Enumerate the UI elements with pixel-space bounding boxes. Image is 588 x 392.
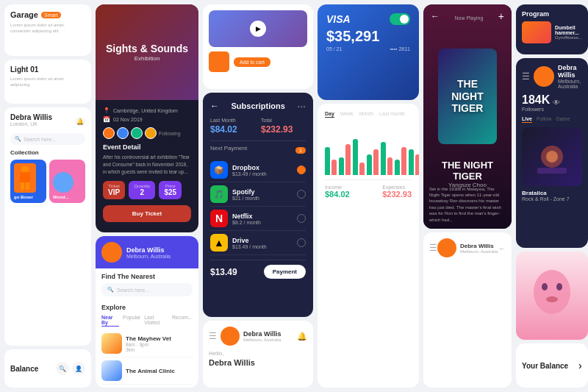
visa-toggle[interactable] [390, 13, 410, 25]
chat-menu-icon[interactable]: ☰ [209, 331, 217, 341]
tab-follow[interactable]: Follow [537, 116, 551, 123]
ticket-row: Ticket VIP Quantity 2 Price $25 [103, 181, 191, 199]
collection-card-2[interactable]: Wond... [49, 160, 85, 203]
program-thumbnail [522, 21, 551, 43]
add-to-cart-button[interactable]: Add to cart [234, 57, 270, 67]
garage-badge: Smart [41, 12, 61, 18]
qty-value: 2 [134, 188, 150, 196]
bar-group-7 [409, 149, 419, 175]
chat2-menu-icon[interactable]: ☰ [429, 243, 437, 253]
sub-item-dropbox[interactable]: 📦 Dropbox $13.49 / month [210, 158, 306, 182]
tab-last-visited[interactable]: Last Visited [144, 315, 168, 327]
svg-point-10 [556, 283, 562, 291]
map-search-placeholder: Search here... [117, 288, 149, 293]
map-search-bar[interactable]: 🔍 Search here... [101, 283, 193, 296]
svg-rect-1 [20, 172, 30, 182]
chat2-back-icon[interactable]: ← [498, 244, 506, 252]
search-bar[interactable]: 🔍 Search here... [10, 133, 85, 145]
column-2: Sights & Sounds Exhibition 📍 Cambridge, … [96, 4, 198, 388]
chart-tab-last-month[interactable]: Last month [379, 111, 405, 118]
book-back-icon[interactable]: ← [431, 11, 440, 21]
explore-label: Explore [101, 304, 193, 311]
netflix-info: Netflix $8.2 / month [232, 213, 293, 225]
collection-card-1[interactable]: go Boxer [10, 160, 46, 203]
search-icon-balance[interactable]: 🔍 [56, 362, 69, 375]
user-icon-balance[interactable]: 👤 [72, 362, 85, 375]
back-icon[interactable]: ← [210, 101, 219, 111]
tab-nearby[interactable]: Near By [101, 315, 119, 327]
chart-tab-day[interactable]: Day [325, 111, 334, 118]
netflix-radio[interactable] [297, 214, 306, 223]
chevron-right-icon[interactable]: › [578, 360, 582, 371]
spotify-price: $21 / month [232, 196, 293, 201]
explore-item-2[interactable]: The Animal Clinic [101, 357, 193, 385]
social-card: ☰ Debra Willis Melbourn, Australia 184K … [516, 58, 588, 248]
event-date-text: 02 Nov 2019 [113, 117, 143, 122]
concert-visual [523, 135, 581, 179]
visa-number: •••• 2811 [390, 46, 410, 51]
more-icon[interactable]: ··· [297, 100, 306, 112]
program-name: Dumbell hammer... [555, 25, 582, 35]
book-add-icon[interactable]: + [498, 10, 504, 22]
subscriptions-card: ← Subscriptions ··· Last Month $84.02 To… [203, 93, 313, 317]
spotify-icon: 🎵 [210, 185, 228, 203]
chart-tabs: Day Week Month Last month [325, 111, 412, 118]
expense-label: Expenses [382, 185, 412, 190]
chat-bell-icon[interactable]: 🔔 [297, 332, 307, 341]
followers-block: 184K Followers [522, 93, 550, 112]
search-icon-map: 🔍 [107, 287, 114, 293]
whale-figure [53, 172, 74, 193]
tab-live[interactable]: Live [522, 116, 532, 123]
event-body: 📍 Cambridge, United Kingdom 📅 02 Nov 201… [96, 100, 198, 229]
book-title: THE NIGHT TIGER [431, 160, 504, 182]
column-6: Program Dumbell hammer... Gym/fitness...… [516, 4, 588, 388]
expense-value: $232.93 [382, 190, 412, 199]
profile-card: Debra Willis London, UK 🔔 🔍 Search here.… [4, 107, 91, 346]
income-bar-1 [325, 147, 330, 175]
dropbox-radio[interactable] [297, 165, 306, 174]
tab-recommended[interactable]: Recom... [172, 315, 193, 327]
explore-item-1[interactable]: The Mayhew Vet 8am - 9pm 3km [101, 330, 193, 357]
face-card [516, 252, 588, 340]
chat-greeting-name: Debra Willis [209, 358, 307, 367]
play-icon[interactable]: ▶ [250, 21, 266, 37]
chart-tab-month[interactable]: Month [359, 111, 373, 118]
event-image: Sights & Sounds Exhibition [96, 4, 198, 100]
payment-button[interactable]: Payment [264, 265, 306, 279]
expense-bar-7 [415, 154, 419, 175]
last-month-label: Last Month [210, 118, 255, 123]
balance-icons: 🔍 👤 [56, 362, 85, 375]
genre-label: Rock & Roll - Zone 7 [522, 196, 582, 202]
program-item[interactable]: Dumbell hammer... Gym/fitness... [522, 21, 582, 43]
book-cover-title: THENIGHTTIGER [451, 78, 484, 115]
visa-date: 05 / 21 [326, 46, 342, 51]
bell-icon[interactable]: 🔔 [75, 117, 85, 127]
sub-item-drive[interactable]: ▲ Drive $13.49 / month [210, 231, 306, 255]
sub-item-netflix[interactable]: N Netflix $8.2 / month [210, 207, 306, 231]
bar-group-6 [395, 147, 406, 175]
chart-tab-week[interactable]: Week [340, 111, 354, 118]
spotify-radio[interactable] [297, 190, 306, 199]
sub-item-spotify[interactable]: 🎵 Spotify $21 / month [210, 182, 306, 207]
netflix-icon: N [210, 210, 228, 227]
buy-ticket-button[interactable]: Buy Ticket [103, 205, 191, 222]
expense-bar-1 [331, 160, 337, 175]
find-nearest-label: Find The Nearest [96, 268, 198, 283]
chart-bars [325, 124, 412, 175]
event-location-text: Cambridge, United Kingdom [113, 108, 178, 113]
drive-radio[interactable] [297, 238, 306, 247]
followers-label: Followers [522, 107, 550, 112]
balance-card: Balance 🔍 👤 [4, 349, 91, 388]
social-menu-icon[interactable]: ☰ [522, 71, 530, 82]
map-card: Debra Willis Melbourn, Australia Find Th… [96, 236, 198, 388]
tab-game[interactable]: Game [556, 116, 570, 123]
bar-group-5 [381, 142, 392, 175]
tab-popular[interactable]: Popular [123, 315, 140, 327]
income-bar-4 [367, 154, 372, 175]
subscriptions-footer: $13.49 Payment [210, 260, 306, 279]
svg-rect-7 [537, 168, 567, 174]
expense-bar-4 [373, 149, 379, 175]
svg-point-8 [534, 270, 570, 314]
income-bar-6 [395, 160, 400, 175]
followers-count: 184K [522, 93, 550, 106]
